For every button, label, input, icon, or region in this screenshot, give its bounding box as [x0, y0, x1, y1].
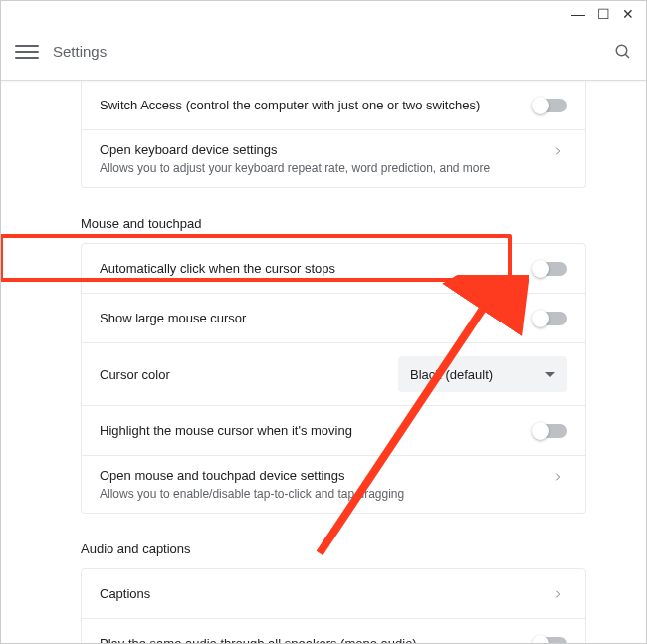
label: Switch Access (control the computer with… [100, 98, 534, 112]
cursor-color-row[interactable]: Cursor color Black (default) [82, 343, 585, 406]
highlight-cursor-toggle[interactable] [534, 424, 567, 438]
mouse-device-settings-row[interactable]: Open mouse and touchpad device settings … [82, 456, 585, 513]
header-bar: Settings [1, 23, 646, 81]
switch-access-toggle[interactable] [534, 99, 567, 112]
mono-audio-row[interactable]: Play the same audio through all speakers… [82, 619, 585, 643]
large-cursor-toggle[interactable] [534, 312, 567, 325]
cursor-color-dropdown[interactable]: Black (default) [398, 356, 567, 392]
sublabel: Allows you to enable/disable tap-to-clic… [100, 487, 549, 501]
label: Automatically click when the cursor stop… [100, 261, 534, 276]
audio-section-title: Audio and captions [81, 541, 586, 556]
accessibility-section: Switch Access (control the computer with… [81, 81, 586, 188]
svg-line-1 [625, 54, 629, 58]
mouse-section: Automatically click when the cursor stop… [81, 243, 586, 514]
chevron-right-icon[interactable] [549, 142, 567, 160]
search-icon[interactable] [614, 43, 632, 61]
auto-click-toggle[interactable] [534, 262, 567, 276]
settings-content: Switch Access (control the computer with… [1, 81, 646, 643]
svg-point-0 [616, 45, 627, 56]
switch-access-row[interactable]: Switch Access (control the computer with… [82, 81, 585, 130]
label: Captions [100, 586, 549, 601]
mono-audio-toggle[interactable] [534, 637, 567, 644]
minimize-button[interactable]: — [571, 7, 585, 21]
label: Open mouse and touchpad device settings [100, 468, 549, 483]
sublabel: Allows you to adjust your keyboard repea… [100, 161, 549, 175]
page-title: Settings [53, 43, 107, 60]
maximize-button[interactable]: ☐ [597, 7, 610, 21]
close-button[interactable]: ✕ [622, 7, 634, 21]
chevron-right-icon[interactable] [549, 585, 567, 603]
captions-row[interactable]: Captions [82, 569, 585, 619]
dropdown-value: Black (default) [410, 367, 493, 382]
mouse-section-title: Mouse and touchpad [81, 216, 586, 231]
chevron-right-icon[interactable] [549, 468, 567, 486]
audio-section: Captions Play the same audio through all… [81, 568, 586, 643]
highlight-cursor-row[interactable]: Highlight the mouse cursor when it's mov… [82, 406, 585, 456]
chevron-down-icon [545, 372, 555, 377]
window-controls: — ☐ ✕ [571, 7, 634, 21]
auto-click-row[interactable]: Automatically click when the cursor stop… [82, 244, 585, 294]
large-cursor-row[interactable]: Show large mouse cursor [82, 294, 585, 343]
label: Cursor color [100, 367, 398, 382]
menu-icon[interactable] [15, 40, 39, 64]
keyboard-settings-row[interactable]: Open keyboard device settings Allows you… [82, 130, 585, 187]
label: Open keyboard device settings [100, 142, 549, 157]
label: Highlight the mouse cursor when it's mov… [100, 423, 534, 438]
label: Play the same audio through all speakers… [100, 636, 534, 643]
label: Show large mouse cursor [100, 311, 534, 325]
